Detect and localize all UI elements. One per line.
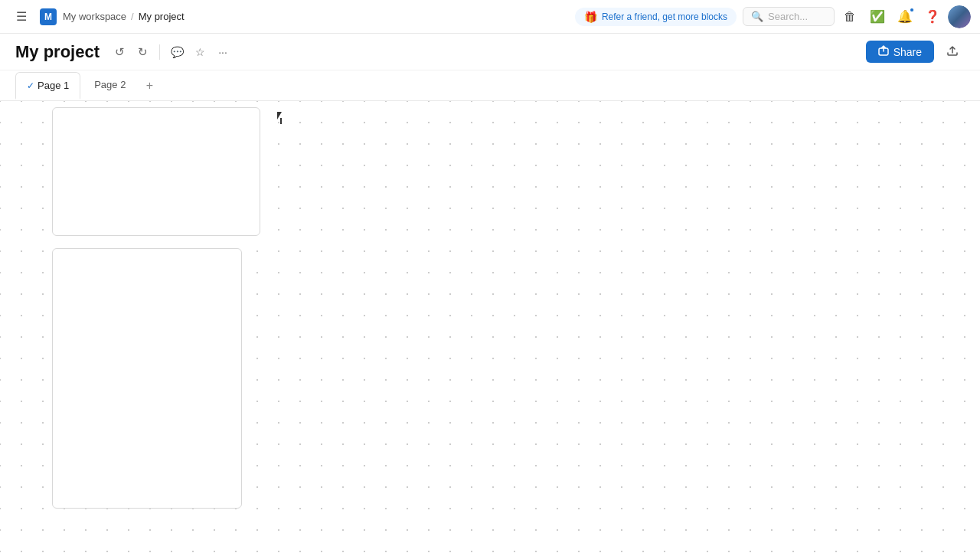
breadcrumb-separator: / — [131, 11, 134, 22]
export-button[interactable] — [940, 40, 965, 64]
search-box[interactable]: 🔍 Search... — [743, 7, 835, 26]
share-button[interactable]: Share — [866, 41, 934, 63]
cursor-indicator — [277, 112, 288, 127]
nav-left: ☰ M My workspace / My project — [9, 5, 569, 29]
undo-button[interactable]: ↺ — [109, 41, 130, 63]
help-button[interactable]: ❓ — [920, 5, 945, 29]
help-icon: ❓ — [925, 9, 940, 24]
add-tab-button[interactable]: + — [139, 76, 159, 96]
menu-toggle-button[interactable]: ☰ — [9, 5, 34, 29]
undo-icon: ↺ — [115, 45, 125, 59]
top-nav: ☰ M My workspace / My project 🎁 Refer a … — [0, 0, 980, 34]
search-placeholder: Search... — [768, 11, 808, 22]
star-button[interactable]: ☆ — [189, 41, 211, 63]
redo-button[interactable]: ↻ — [132, 41, 153, 63]
canvas-area[interactable] — [0, 101, 980, 553]
page-title: My project — [15, 42, 100, 62]
refer-text: Refer a friend, get more blocks — [602, 11, 727, 22]
tabs-bar: ✓ Page 1 Page 2 + — [0, 70, 980, 101]
add-icon: + — [146, 79, 153, 93]
trash-icon: 🗑 — [844, 10, 856, 24]
notification-dot — [910, 8, 914, 12]
check-icon: ✅ — [870, 9, 885, 24]
avatar — [948, 5, 971, 28]
more-options-button[interactable]: ··· — [212, 41, 234, 63]
check-button[interactable]: ✅ — [865, 5, 890, 29]
toolbar-right: Share — [866, 40, 965, 64]
refer-banner[interactable]: 🎁 Refer a friend, get more blocks — [575, 8, 737, 26]
export-icon — [946, 44, 959, 60]
ellipsis-icon: ··· — [218, 46, 227, 58]
search-icon: 🔍 — [751, 11, 763, 22]
canvas-card-1[interactable] — [52, 107, 260, 236]
share-icon — [878, 45, 889, 58]
tab-page-1-label: Page 1 — [38, 80, 69, 91]
nav-center: 🎁 Refer a friend, get more blocks — [575, 8, 737, 26]
gift-icon: 🎁 — [584, 11, 597, 23]
hamburger-icon: ☰ — [16, 9, 27, 24]
toolbar-actions: ↺ ↻ 💬 ☆ ··· — [109, 41, 234, 63]
star-icon: ☆ — [195, 46, 205, 58]
nav-right: 🔍 Search... 🗑 ✅ 🔔 ❓ — [743, 5, 971, 29]
notifications-button[interactable]: 🔔 — [893, 5, 917, 29]
breadcrumb: My workspace / My project — [63, 11, 185, 22]
comment-icon: 💬 — [171, 46, 184, 58]
canvas-card-2[interactable] — [52, 248, 242, 509]
toolbar-divider — [159, 44, 160, 60]
share-label: Share — [893, 46, 922, 58]
comment-button[interactable]: 💬 — [166, 41, 188, 63]
tab-check-icon: ✓ — [27, 80, 34, 91]
workspace-icon: M — [40, 8, 57, 25]
trash-button[interactable]: 🗑 — [838, 5, 862, 29]
workspace-name: My workspace — [63, 11, 126, 22]
project-toolbar: My project ↺ ↻ 💬 ☆ ··· Share — [0, 34, 980, 70]
tab-page-2-label: Page 2 — [94, 79, 126, 90]
redo-icon: ↻ — [138, 45, 148, 59]
tab-page-1[interactable]: ✓ Page 1 — [15, 72, 80, 100]
tab-page-2[interactable]: Page 2 — [83, 72, 136, 100]
project-breadcrumb: My project — [139, 11, 185, 22]
user-avatar-button[interactable] — [948, 5, 971, 28]
